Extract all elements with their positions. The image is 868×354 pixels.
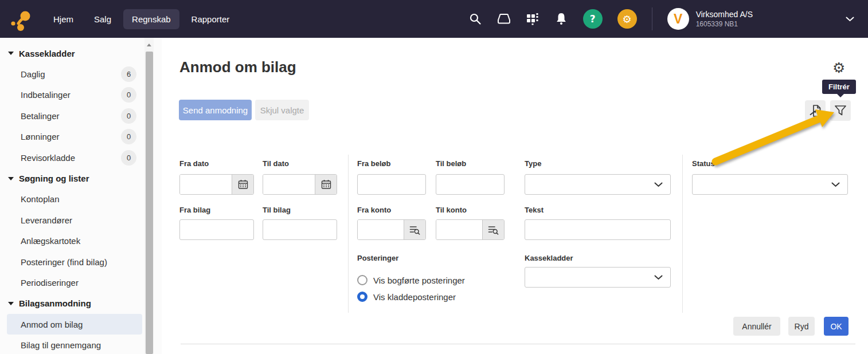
- sidebar-item-kontoplan[interactable]: Kontoplan: [0, 189, 162, 210]
- label-fra-bilag: Fra bilag: [179, 206, 210, 214]
- radio-vis-bogforte[interactable]: Vis bogførte posteringer: [357, 275, 465, 285]
- item-label: Periodiseringer: [21, 278, 79, 288]
- item-label: Betalinger: [21, 111, 60, 121]
- til-bilag-input[interactable]: [263, 219, 337, 240]
- item-label: Indbetalinger: [21, 90, 71, 100]
- nav-item-regnskab[interactable]: Regnskab: [123, 9, 179, 29]
- radio-label: Vis kladdeposteringer: [373, 292, 456, 302]
- nav-item-salg[interactable]: Salg: [85, 9, 120, 29]
- export-file-icon: [809, 104, 822, 117]
- sidebar-item-betalinger[interactable]: Betalinger 0: [0, 105, 162, 126]
- scrollbar-thumb[interactable]: [146, 52, 153, 354]
- section-caret-icon: [8, 302, 14, 305]
- fra-dato-field: [179, 174, 254, 195]
- clear-button[interactable]: Ryd: [788, 317, 815, 336]
- label-type: Type: [525, 159, 541, 168]
- count-badge: 0: [121, 150, 136, 166]
- sidebar-section-kassekladder[interactable]: Kassekladder: [0, 43, 162, 64]
- type-select[interactable]: [525, 174, 671, 195]
- annotation-arrow: [162, 38, 868, 354]
- status-select[interactable]: [692, 174, 848, 195]
- til-konto-input[interactable]: [436, 220, 482, 239]
- send-request-button[interactable]: Send anmodning: [179, 100, 252, 120]
- sidebar-item-lonninger[interactable]: Lønninger 0: [0, 127, 162, 147]
- item-label: Posteringer (find bilag): [21, 257, 107, 267]
- filter-funnel-icon: [834, 105, 847, 117]
- radio-vis-kladde[interactable]: Vis kladdeposteringer: [357, 292, 456, 302]
- sidebar-item-revisorkladde[interactable]: Revisorkladde 0: [0, 147, 162, 168]
- fra-konto-field: [357, 219, 426, 240]
- ok-button[interactable]: OK: [824, 317, 849, 336]
- chevron-down-icon: [654, 275, 663, 280]
- chevron-down-icon[interactable]: [846, 14, 854, 24]
- label-fra-dato: Fra dato: [179, 159, 209, 168]
- search-icon[interactable]: [468, 12, 482, 26]
- cancel-button[interactable]: Annullér: [733, 317, 780, 336]
- item-label: Bilag til gennemgang: [21, 340, 101, 350]
- fra-bilag-input[interactable]: [179, 219, 254, 240]
- item-label: Revisorkladde: [21, 153, 75, 163]
- label-status: Status: [692, 159, 715, 168]
- kassekladder-select[interactable]: [525, 267, 671, 288]
- sidebar-item-posteringer[interactable]: Posteringer (find bilag): [0, 251, 162, 272]
- til-belob-input[interactable]: [436, 174, 505, 195]
- section-caret-icon: [8, 52, 14, 55]
- notifications-bell-icon[interactable]: [554, 12, 568, 26]
- help-button[interactable]: ?: [583, 9, 603, 29]
- item-label: Anmod om bilag: [21, 320, 83, 329]
- sidebar-item-anmod-om-bilag[interactable]: Anmod om bilag: [7, 314, 142, 335]
- item-label: Daglig: [21, 69, 45, 79]
- sidebar-item-indbetalinger[interactable]: Indbetalinger 0: [0, 85, 162, 105]
- label-kassekladder: Kassekladder: [525, 254, 573, 262]
- fra-dato-input[interactable]: [180, 175, 232, 194]
- sidebar-item-bilag-til-gennemgang[interactable]: Bilag til gennemgang: [0, 335, 162, 354]
- radio-unselected-icon[interactable]: [357, 275, 367, 285]
- inbox-icon[interactable]: [497, 12, 511, 26]
- section-label: Kassekladder: [19, 49, 75, 58]
- sidebar-item-daglig[interactable]: Daglig 6: [0, 64, 162, 84]
- nav-item-hjem[interactable]: Hjem: [45, 9, 82, 29]
- account-lookup-icon[interactable]: [404, 220, 425, 239]
- sidebar-section-bilagsanmodning[interactable]: Bilagsanmodning: [0, 293, 162, 314]
- section-caret-icon: [8, 177, 14, 180]
- tekst-input[interactable]: [525, 219, 671, 240]
- settings-gear-glyph: ⚙: [623, 13, 632, 25]
- radio-selected-icon[interactable]: [357, 292, 367, 302]
- sidebar-item-leverandorer[interactable]: Leverandører: [0, 210, 162, 230]
- til-konto-field: [436, 219, 505, 240]
- hide-selected-button[interactable]: Skjul valgte: [255, 100, 309, 120]
- label-til-dato: Til dato: [263, 159, 289, 168]
- export-button[interactable]: [805, 100, 826, 121]
- til-dato-field: [263, 174, 337, 195]
- account-lookup-icon[interactable]: [482, 220, 504, 239]
- account-menu[interactable]: V Virksomhed A/S 1605339 NB1: [667, 8, 854, 30]
- page-title: Anmod om bilag: [179, 58, 296, 76]
- chevron-down-icon: [654, 182, 663, 187]
- calendar-icon[interactable]: [315, 175, 337, 194]
- settings-button[interactable]: ⚙: [617, 9, 637, 29]
- avatar-letter: V: [674, 11, 682, 27]
- calendar-icon[interactable]: [232, 175, 253, 194]
- sidebar-item-anlaegskartotek[interactable]: Anlægskartotek: [0, 231, 162, 251]
- sidebar-item-periodiseringer[interactable]: Periodiseringer: [0, 272, 162, 293]
- topbar-actions: ? ⚙ V Virksomhed A/S 1605339 NB1: [468, 7, 868, 30]
- page-settings-gear-icon[interactable]: ⚙: [832, 61, 845, 75]
- brand-logo-icon[interactable]: [8, 6, 33, 32]
- company-avatar: V: [667, 8, 689, 30]
- sidebar-scrollbar[interactable]: [144, 38, 154, 354]
- sidebar-section-sogning[interactable]: Søgning og lister: [0, 168, 162, 188]
- label-posteringer: Posteringer: [357, 254, 398, 262]
- til-dato-input[interactable]: [263, 175, 315, 194]
- radio-label: Vis bogførte posteringer: [373, 276, 465, 285]
- count-badge: 0: [121, 129, 136, 144]
- apps-grid-icon[interactable]: [526, 12, 539, 26]
- nav-item-rapporter[interactable]: Rapporter: [183, 9, 238, 29]
- scroll-up-arrow-icon[interactable]: [147, 44, 151, 46]
- filter-column-divider: [348, 155, 349, 313]
- fra-konto-input[interactable]: [358, 220, 404, 239]
- chevron-down-icon: [831, 182, 840, 187]
- fra-belob-input[interactable]: [357, 174, 426, 195]
- content-divider: [181, 344, 855, 344]
- topbar: Hjem Salg Regnskab Rapporter ? ⚙: [0, 0, 868, 38]
- filter-button[interactable]: [830, 100, 851, 121]
